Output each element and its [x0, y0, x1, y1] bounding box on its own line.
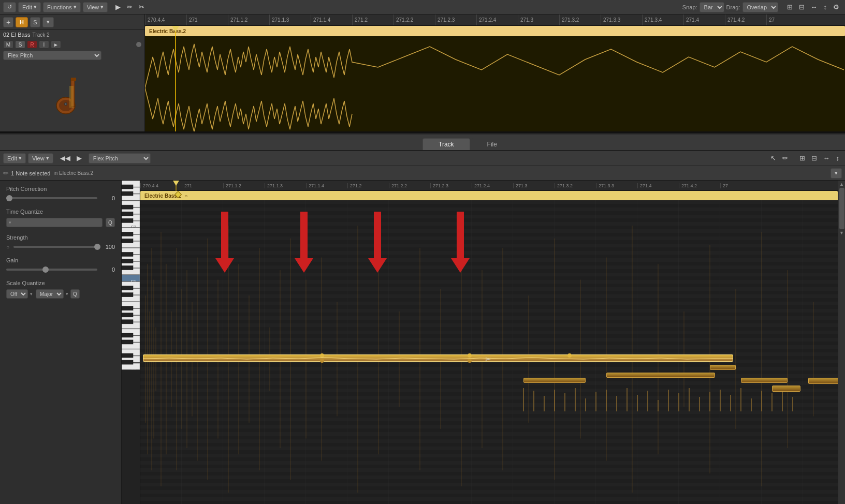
input-button[interactable]: I	[39, 40, 49, 49]
ruler-mark: 271.3.3	[601, 14, 642, 25]
undo-button[interactable]: ↺	[3, 2, 16, 12]
svg-rect-10	[145, 36, 845, 131]
scroll-thumb-vertical[interactable]	[839, 188, 844, 229]
pencil-tool-button[interactable]: ✏	[124, 2, 135, 12]
editor-zoom-out[interactable]: ⊟	[809, 153, 820, 163]
track-number: Track 2	[33, 32, 50, 38]
small-note-4[interactable]	[741, 378, 788, 383]
tab-track[interactable]: Track	[423, 138, 470, 150]
editor-view-button[interactable]: View ▾	[28, 153, 53, 164]
vertical-scrollbar[interactable]: ▲ ▼	[838, 181, 845, 504]
svg-rect-51	[122, 266, 133, 270]
editor-main: Pitch Correction 0 Time Quantize ▾ Q	[0, 181, 845, 504]
pitch-editor-canvas[interactable]: 270.4.4 271 271.1.2 271.1.3 271.1.4 271.…	[140, 181, 838, 504]
edit-menu-button[interactable]: Edit ▾	[18, 2, 41, 12]
small-note-3[interactable]	[710, 365, 736, 370]
solo-button[interactable]: S	[15, 40, 25, 49]
pitch-correction-slider[interactable]	[6, 197, 97, 199]
scale-q-button[interactable]: Q	[70, 289, 80, 299]
ruler-mark: 270.4.4	[145, 14, 186, 25]
midi-button[interactable]: ►	[51, 40, 61, 49]
small-note-5[interactable]	[772, 386, 800, 392]
svg-rect-59	[122, 353, 133, 358]
ruler-mark: 271.3.2	[559, 14, 601, 25]
gain-slider[interactable]	[6, 269, 97, 271]
waveform-svg: // This will be rendered as static SVG r…	[145, 36, 845, 131]
drag-label: Drag:	[726, 4, 740, 10]
bass-guitar-icon	[54, 76, 91, 117]
svg-rect-56	[122, 320, 133, 324]
svg-rect-3	[71, 78, 76, 81]
gain-label: Gain	[6, 257, 115, 263]
scale-type-select[interactable]: Major	[36, 289, 64, 299]
functions-menu-button[interactable]: Functions ▾	[43, 2, 81, 12]
editor-vert-zoom[interactable]: ↕	[834, 153, 842, 163]
editor-zoom-fit[interactable]: ↔	[821, 153, 833, 163]
scroll-down-button[interactable]: ▼	[839, 230, 844, 235]
main-note-bar[interactable]: ✂	[143, 354, 733, 362]
zoom-fit-button[interactable]: ↔	[808, 2, 820, 12]
mute-button[interactable]: M	[3, 40, 13, 49]
tab-bar: Track File	[0, 135, 845, 151]
pitch-correction-label: Pitch Correction	[6, 186, 115, 192]
settings-button[interactable]: ⚙	[831, 2, 842, 12]
note-selected-text: 1 Note selected	[11, 170, 50, 176]
track-header-panel: + H S ▾ 02 El Bass Track 2 M S R I ► Fle…	[0, 14, 145, 131]
view-menu-button[interactable]: View ▾	[83, 2, 108, 12]
svg-rect-2	[71, 78, 75, 107]
editor-zoom-in[interactable]: ⊞	[797, 153, 808, 163]
time-quantize-q-button[interactable]: Q	[106, 218, 115, 227]
zoom-in-button[interactable]: ⊞	[784, 2, 795, 12]
gain-row: 0	[6, 266, 115, 273]
track-type-button[interactable]: H	[16, 17, 28, 27]
editor-playhead	[176, 181, 177, 191]
red-arrow-3	[368, 212, 387, 273]
scale-off-select[interactable]: Off	[6, 289, 28, 299]
track-options-button[interactable]: ▾	[42, 17, 54, 27]
flex-pitch-mode-select[interactable]: Flex Pitch	[89, 153, 151, 164]
note-info-expand[interactable]: ▾	[831, 168, 842, 179]
snap-select[interactable]: Bar	[700, 2, 724, 12]
ruler-mark: 271.1.2	[228, 14, 269, 25]
piano-svg: C2 C1	[122, 181, 140, 504]
svg-rect-46	[122, 218, 133, 223]
small-note-2[interactable]	[606, 373, 715, 378]
svg-rect-58	[122, 340, 133, 344]
flex-mode-selector[interactable]: Flex Pitch	[3, 51, 101, 60]
editor-cursor-tool[interactable]: ↖	[768, 153, 779, 163]
editor-prev-button[interactable]: ◀◀	[57, 153, 73, 163]
scissors-tool-button[interactable]: ✂	[136, 2, 147, 12]
region-header-bar: Electric Bass.2	[145, 26, 845, 36]
svg-rect-53	[122, 293, 133, 297]
record-button[interactable]: R	[27, 40, 37, 49]
strength-slider[interactable]	[13, 246, 97, 248]
pitch-correction-thumb[interactable]	[6, 195, 12, 201]
red-arrow-1	[215, 212, 234, 273]
scale-quantize-row: Off ▾ Major ▾ Q	[6, 289, 115, 299]
red-arrow-2	[295, 212, 313, 273]
gain-thumb[interactable]	[42, 266, 49, 273]
svg-rect-48	[122, 239, 133, 243]
add-track-button[interactable]: +	[3, 17, 13, 27]
solo-main-button[interactable]: S	[30, 17, 40, 27]
small-note-1[interactable]	[523, 378, 586, 383]
track-waveform-area[interactable]: 270.4.4 271 271.1.2 271.1.3 271.1.4 271.…	[145, 14, 845, 131]
tab-file[interactable]: File	[471, 138, 513, 150]
track-name: 02 El Bass	[3, 32, 31, 38]
scale-quantize-group: Scale Quantize Off ▾ Major ▾ Q	[6, 280, 115, 299]
ruler-mark: 271.2	[352, 14, 394, 25]
ruler-mark: 271.3.4	[642, 14, 683, 25]
cursor-tool-button[interactable]: ▶	[113, 2, 123, 12]
editor-play-button[interactable]: ▶	[74, 153, 84, 163]
strength-thumb[interactable]	[94, 244, 100, 250]
small-note-6[interactable]	[808, 378, 838, 384]
zoom-out-button[interactable]: ⊟	[796, 2, 807, 12]
track-name-area: 02 El Bass Track 2	[0, 30, 144, 39]
scroll-up-button[interactable]: ▲	[839, 182, 844, 187]
editor-pencil-tool[interactable]: ✏	[780, 153, 791, 163]
ruler-mark: 271.2.3	[435, 14, 476, 25]
editor-edit-button[interactable]: Edit ▾	[3, 153, 26, 164]
top-waveform-container[interactable]: Electric Bass.2 // This will be rendered…	[145, 26, 845, 131]
drag-select[interactable]: Overlap	[742, 2, 778, 12]
vertical-zoom-button[interactable]: ↕	[821, 2, 830, 12]
